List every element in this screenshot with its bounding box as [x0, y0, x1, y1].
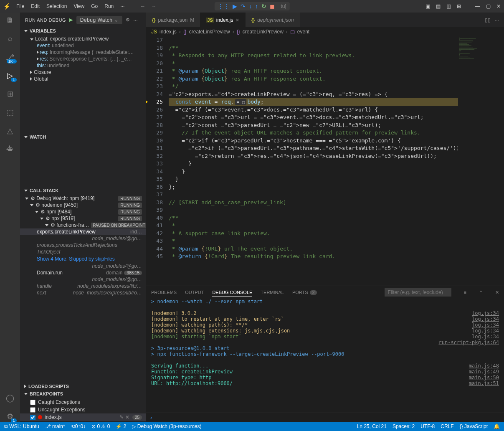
callstack-frame[interactable]: node_modules/@go… — [20, 263, 146, 269]
menu-view[interactable]: View — [70, 3, 88, 9]
var-row[interactable]: event: undefined — [20, 42, 146, 49]
var-scope-closure[interactable]: Closure — [20, 69, 146, 76]
status-item[interactable]: ▷ Debug Watch (3p-resources) — [132, 423, 201, 429]
callstack-frame[interactable]: Domain.rundomain388:15 — [20, 269, 146, 276]
minimap[interactable]: ▬▬▬▬▬▬▬▬▬▬▬▬▬▬▬▬▬▬▬▬▬▬▬▬▬▬▬▬▬▬▬▬▬▬▬▬▬▬▬▬… — [458, 36, 504, 286]
skip-files-hint[interactable]: Show 4 More: Skipped by skipFiles — [20, 255, 146, 263]
breadcrumb-item[interactable]: index.js — [160, 29, 177, 35]
breakpoint-row[interactable]: Uncaught Exceptions — [20, 406, 146, 413]
tab-close-icon[interactable]: × — [236, 17, 239, 23]
callstack-frame[interactable]: process.processTicksAndRejections — [20, 242, 146, 248]
debug-console-input[interactable]: › — [146, 413, 504, 422]
menu-go[interactable]: Go — [88, 3, 101, 9]
breadcrumb-item[interactable]: createLinkPreview — [243, 29, 284, 35]
breakpoint-checkbox[interactable] — [30, 407, 35, 413]
console-source-link[interactable]: run-script-pkg.js:64 — [439, 340, 499, 345]
callstack-thread[interactable]: ⚙ npm [9484]RUNNING — [20, 208, 146, 215]
section-breakpoints[interactable]: BREAKPOINTS — [20, 390, 146, 398]
menu-edit[interactable]: Edit — [28, 3, 43, 9]
maximize-icon[interactable]: ▢ — [486, 3, 491, 9]
status-item[interactable]: Ln 25, Col 21 — [357, 423, 387, 429]
section-variables[interactable]: VARIABLES — [20, 27, 146, 35]
section-watch[interactable]: WATCH — [20, 133, 146, 141]
debug-stop-icon[interactable]: ◼ — [270, 3, 275, 10]
breakpoint-row[interactable]: index.js✎ ✕ 25 — [20, 413, 146, 421]
start-debug-icon[interactable]: ▶ — [69, 17, 73, 23]
panel-settings-icon[interactable]: ≡ — [464, 290, 466, 295]
panel-tab[interactable]: DEBUG CONSOLE — [212, 288, 252, 297]
debug-config-dropdown[interactable]: Debug Watch ⌄ — [76, 16, 122, 24]
more-icon[interactable]: ··· — [133, 18, 138, 23]
callstack-frame[interactable]: handlenode_modules/express/lib/… — [20, 283, 146, 289]
breadcrumb[interactable]: JSindex.js›{}createLinkPreview›{}createL… — [146, 27, 504, 36]
panel-tab[interactable]: TERMINAL — [261, 288, 284, 297]
var-scope-global[interactable]: Global — [20, 76, 146, 82]
var-row[interactable]: res: ServerResponse {_events: {…}, _e… — [20, 56, 146, 62]
status-item[interactable]: ⟲0↑0↓ — [71, 423, 86, 429]
editor-tab[interactable]: JSindex.js× — [200, 13, 245, 27]
debug-console-body[interactable]: > nodemon --watch ./ --exec npm start [n… — [146, 299, 504, 413]
layout-icon[interactable]: ▣ — [425, 3, 430, 9]
docker-icon[interactable]: ⛴ — [5, 145, 15, 155]
variables-scope[interactable]: Local: exports.createLinkPreview — [20, 35, 146, 42]
console-source-link[interactable]: main.js:49 — [469, 369, 499, 375]
nav-forward-icon[interactable]: → — [151, 3, 156, 9]
close-icon[interactable]: ✕ — [496, 3, 501, 9]
callstack-thread[interactable]: ⚙ nodemon [9450]RUNNING — [20, 202, 146, 208]
search-icon[interactable]: ⌕ — [5, 34, 15, 44]
testing-icon[interactable]: △ — [5, 126, 15, 136]
run-debug-icon[interactable]: ▷1 — [5, 71, 15, 81]
editor[interactable]: 1718192021222324252627282930313233343536… — [146, 36, 504, 286]
callstack-thread[interactable]: ⚙ functions-fra…PAUSED ON BREAKPOINT — [20, 222, 146, 228]
section-loaded[interactable]: LOADED SCRIPTS — [20, 383, 146, 390]
panel-tab[interactable]: PROBLEMS — [151, 288, 177, 297]
split-editor-icon[interactable]: ▯▯ — [485, 17, 491, 23]
panel-tab[interactable]: PORTS2 — [292, 288, 317, 297]
code-area[interactable]: /** * Responds to any HTTP request relat… — [169, 36, 458, 286]
breakpoint-checkbox[interactable] — [30, 415, 35, 420]
console-source-link[interactable]: log.js:34 — [472, 322, 499, 328]
panel-filter-input[interactable] — [385, 288, 451, 297]
settings-icon[interactable]: ⚙1 — [5, 412, 15, 422]
console-source-link[interactable]: log.js:34 — [472, 334, 499, 340]
panel-icon[interactable]: ▤ — [436, 3, 441, 9]
menu-selection[interactable]: Selection — [43, 3, 70, 9]
debug-restart-icon[interactable]: ↻ — [261, 3, 266, 10]
status-item[interactable]: ⚡ 2 — [116, 423, 126, 429]
debug-step-over-icon[interactable]: ↷ — [241, 3, 246, 10]
debug-drag-icon[interactable]: ⋮⋮ — [218, 3, 229, 10]
breakpoint-row[interactable]: Caught Exceptions — [20, 398, 146, 406]
breadcrumb-item[interactable]: createLinkPreview — [189, 29, 230, 35]
explorer-icon[interactable]: 🗎 — [5, 16, 15, 26]
accounts-icon[interactable]: ◯ — [5, 393, 15, 403]
editor-tab[interactable]: {}deployment.json — [246, 13, 300, 27]
callstack-thread[interactable]: ⚙ npx [9519]RUNNING — [20, 215, 146, 222]
status-item[interactable]: UTF-8 — [420, 423, 435, 429]
status-item[interactable]: ⎇ main* — [45, 423, 65, 429]
breadcrumb-item[interactable]: event — [297, 29, 309, 35]
status-item[interactable]: Spaces: 2 — [393, 423, 415, 429]
var-row[interactable]: this: undefined — [20, 62, 146, 69]
status-item[interactable]: 🔔 — [494, 423, 500, 429]
console-source-link[interactable]: log.js:34 — [472, 328, 499, 334]
editor-tab[interactable]: {}package.jsonM — [146, 13, 200, 27]
status-item[interactable]: ⊘ 0 ⚠ 0 — [91, 423, 110, 429]
console-source-link[interactable]: log.js:34 — [472, 316, 499, 322]
debug-step-out-icon[interactable]: ↑ — [255, 3, 258, 10]
minimize-icon[interactable]: — — [475, 3, 480, 9]
status-item[interactable]: {} JavaScript — [460, 423, 488, 429]
customize-icon[interactable]: ⊞ — [457, 3, 461, 9]
console-source-link[interactable]: main.js:50 — [469, 375, 499, 380]
section-callstack[interactable]: CALL STACK — [20, 187, 146, 194]
debug-step-into-icon[interactable]: ↓ — [249, 3, 252, 10]
more-actions-icon[interactable]: ··· — [495, 17, 499, 23]
callstack-frame[interactable]: node_modules/@go… — [20, 276, 146, 283]
callstack-frame[interactable]: exports.createLinkPreviewind… — [20, 228, 146, 235]
nav-back-icon[interactable]: ← — [140, 3, 145, 9]
status-item[interactable]: ⧉ WSL: Ubuntu — [4, 423, 39, 429]
menu-more[interactable]: ··· — [117, 3, 128, 9]
console-source-link[interactable]: log.js:34 — [472, 310, 499, 316]
breakpoint-checkbox[interactable] — [30, 400, 35, 405]
callstack-frame[interactable]: TickObject — [20, 248, 146, 255]
sidebar-icon[interactable]: ▥ — [446, 3, 451, 9]
